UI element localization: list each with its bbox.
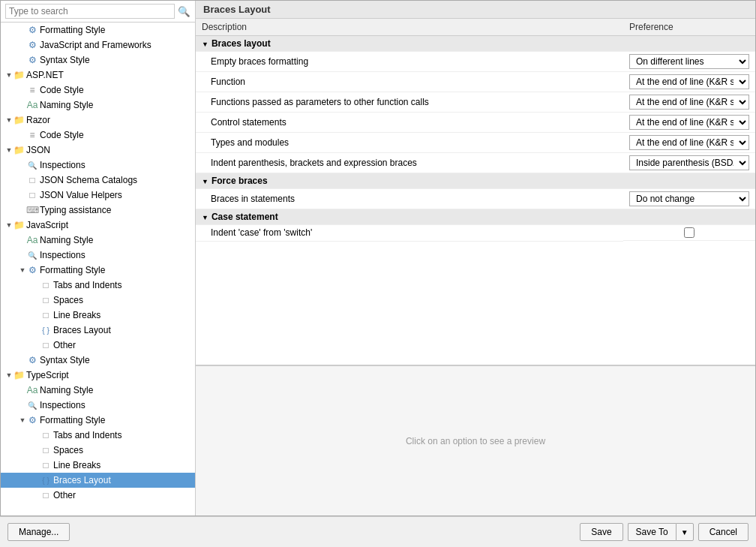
dropdown-indent_parens[interactable]: Inside parenthesis (BSD/Allman)Outside p… <box>629 155 749 170</box>
tree-icon-folder: 📁 <box>13 69 25 81</box>
row-label-control_statements: Control statements <box>196 113 623 133</box>
tree-label: Inspections <box>40 400 86 410</box>
dropdown-braces_statements[interactable]: Do not changeAlways addAlways remove <box>629 191 749 206</box>
tree-arrow[interactable]: ▼ <box>5 221 13 229</box>
tree-icon-sub: □ <box>26 189 38 201</box>
cancel-button[interactable]: Cancel <box>698 523 748 541</box>
tree-icon-syntax: ⚙ <box>26 354 38 366</box>
sidebar-item-javascript[interactable]: ▼📁JavaScript <box>1 218 195 233</box>
row-label-types_modules: Types and modules <box>196 133 623 153</box>
row-value-function[interactable]: At the end of line (K&R style)On next li… <box>623 72 755 92</box>
tree-icon-sub: □ <box>40 279 52 291</box>
row-value-control_statements[interactable]: At the end of line (K&R style)On next li… <box>623 113 755 133</box>
sidebar-item-typing-assistance[interactable]: ⌨Typing assistance <box>1 203 195 218</box>
tree-arrow[interactable]: ▼ <box>5 71 13 79</box>
sidebar-item-js-frameworks[interactable]: ⚙JavaScript and Frameworks <box>1 38 195 53</box>
tree-icon-sub: □ <box>40 294 52 306</box>
sidebar-item-braces-layout-ts[interactable]: { }Braces Layout <box>1 473 195 488</box>
row-value-functions_params[interactable]: At the end of line (K&R style)On next li… <box>623 92 755 113</box>
sidebar-item-code-style-1[interactable]: ≡Code Style <box>1 83 195 98</box>
tree-label: Code Style <box>40 85 84 95</box>
sidebar-item-naming-style-js[interactable]: AaNaming Style <box>1 233 195 248</box>
row-label-indent_case: Indent 'case' from 'switch' <box>196 225 623 242</box>
row-value-indent_parens[interactable]: Inside parenthesis (BSD/Allman)Outside p… <box>623 153 755 173</box>
sidebar-item-other-ts[interactable]: □Other <box>1 488 195 503</box>
sidebar-item-line-breaks-js[interactable]: □Line Breaks <box>1 308 195 323</box>
save-to-button[interactable]: Save To <box>628 523 676 541</box>
sidebar-item-formatting-style-1[interactable]: ⚙Formatting Style <box>1 23 195 38</box>
save-to-dropdown-button[interactable]: ▼ <box>676 523 694 541</box>
tree-label: Typing assistance <box>40 205 111 215</box>
dropdown-types_modules[interactable]: At the end of line (K&R style)On next li… <box>629 135 749 150</box>
sidebar-item-inspections-js[interactable]: 🔍Inspections <box>1 248 195 263</box>
tree-label: Razor <box>26 115 50 125</box>
dropdown-function[interactable]: At the end of line (K&R style)On next li… <box>629 74 749 89</box>
sidebar-item-aspnet[interactable]: ▼📁ASP.NET <box>1 68 195 83</box>
table-row-indent_case: Indent 'case' from 'switch' <box>196 225 755 242</box>
tree-label: Formatting Style <box>40 265 105 275</box>
tree-label: Other <box>53 490 76 500</box>
sidebar-item-braces-layout-js[interactable]: { }Braces Layout <box>1 323 195 338</box>
tree-label: Formatting Style <box>40 25 105 35</box>
manage-button[interactable]: Manage... <box>8 523 70 541</box>
sidebar-item-tabs-indents-js[interactable]: □Tabs and Indents <box>1 278 195 293</box>
row-label-braces_statements: Braces in statements <box>196 189 623 209</box>
search-bar: 🔍 <box>1 1 195 23</box>
row-value-empty_braces[interactable]: On different linesTogether on same lineT… <box>623 52 755 72</box>
sidebar-item-inspections-json[interactable]: 🔍Inspections <box>1 158 195 173</box>
section-header-force_braces[interactable]: ▼Force braces <box>196 173 755 189</box>
sidebar-item-spaces-js[interactable]: □Spaces <box>1 293 195 308</box>
row-value-braces_statements[interactable]: Do not changeAlways addAlways remove <box>623 189 755 209</box>
row-label-function: Function <box>196 72 623 92</box>
checkbox-indent_case[interactable] <box>684 227 694 238</box>
sidebar-item-naming-style-1[interactable]: AaNaming Style <box>1 98 195 113</box>
sidebar-item-razor[interactable]: ▼📁Razor <box>1 113 195 128</box>
table-row-functions_params: Functions passed as parameters to other … <box>196 92 755 113</box>
tree-label: Braces Layout <box>53 475 111 485</box>
row-value-indent_case[interactable] <box>623 225 755 241</box>
tree-label: JSON <box>26 145 50 155</box>
tree-arrow[interactable]: ▼ <box>5 371 13 379</box>
table-row-types_modules: Types and modulesAt the end of line (K&R… <box>196 133 755 153</box>
sidebar-item-json-schema[interactable]: □JSON Schema Catalogs <box>1 173 195 188</box>
tree-arrow[interactable]: ▼ <box>19 266 26 274</box>
preview-text: Click on an option to see a preview <box>406 436 545 446</box>
sidebar-item-formatting-style-ts[interactable]: ▼⚙Formatting Style <box>1 413 195 428</box>
save-button[interactable]: Save <box>580 523 622 541</box>
tree-arrow[interactable]: ▼ <box>5 116 13 124</box>
sidebar-item-typescript[interactable]: ▼📁TypeScript <box>1 368 195 383</box>
sidebar-item-code-style-razor[interactable]: ≡Code Style <box>1 128 195 143</box>
section-arrow: ▼ <box>202 41 208 48</box>
tree-arrow[interactable]: ▼ <box>19 416 26 424</box>
search-input[interactable] <box>5 4 175 19</box>
row-value-types_modules[interactable]: At the end of line (K&R style)On next li… <box>623 133 755 153</box>
dropdown-empty_braces[interactable]: On different linesTogether on same lineT… <box>629 54 749 69</box>
tree-container: ⚙Formatting Style ⚙JavaScript and Framew… <box>1 23 195 515</box>
tree-label: Syntax Style <box>40 55 90 65</box>
sidebar-item-syntax-style-1[interactable]: ⚙Syntax Style <box>1 53 195 68</box>
section-header-case_statement[interactable]: ▼Case statement <box>196 209 755 225</box>
tree-label: Line Breaks <box>53 310 100 320</box>
dropdown-functions_params[interactable]: At the end of line (K&R style)On next li… <box>629 95 749 110</box>
tree-icon-folder: 📁 <box>13 144 25 156</box>
search-button[interactable]: 🔍 <box>178 6 190 17</box>
sidebar-item-inspections-ts[interactable]: 🔍Inspections <box>1 398 195 413</box>
sidebar-item-line-breaks-ts[interactable]: □Line Breaks <box>1 458 195 473</box>
dropdown-control_statements[interactable]: At the end of line (K&R style)On next li… <box>629 115 749 130</box>
sidebar-item-other-js[interactable]: □Other <box>1 338 195 353</box>
sidebar-item-naming-style-ts[interactable]: AaNaming Style <box>1 383 195 398</box>
sidebar-item-syntax-style-js[interactable]: ⚙Syntax Style <box>1 353 195 368</box>
sidebar-item-formatting-style-js[interactable]: ▼⚙Formatting Style <box>1 263 195 278</box>
tree-icon-inspect: 🔍 <box>26 399 38 411</box>
tree-arrow[interactable]: ▼ <box>5 146 13 154</box>
tree-label: Naming Style <box>40 235 93 245</box>
sidebar-item-json[interactable]: ▼📁JSON <box>1 143 195 158</box>
bottom-left: Manage... <box>8 523 70 541</box>
sidebar-item-tabs-indents-ts[interactable]: □Tabs and Indents <box>1 428 195 443</box>
section-header-braces_layout[interactable]: ▼Braces layout <box>196 36 755 52</box>
sidebar-item-spaces-ts[interactable]: □Spaces <box>1 443 195 458</box>
sidebar-item-json-value[interactable]: □JSON Value Helpers <box>1 188 195 203</box>
tree-label: ASP.NET <box>26 70 64 80</box>
tree-label: Tabs and Indents <box>53 280 122 290</box>
tree-icon-naming: Aa <box>26 384 38 396</box>
